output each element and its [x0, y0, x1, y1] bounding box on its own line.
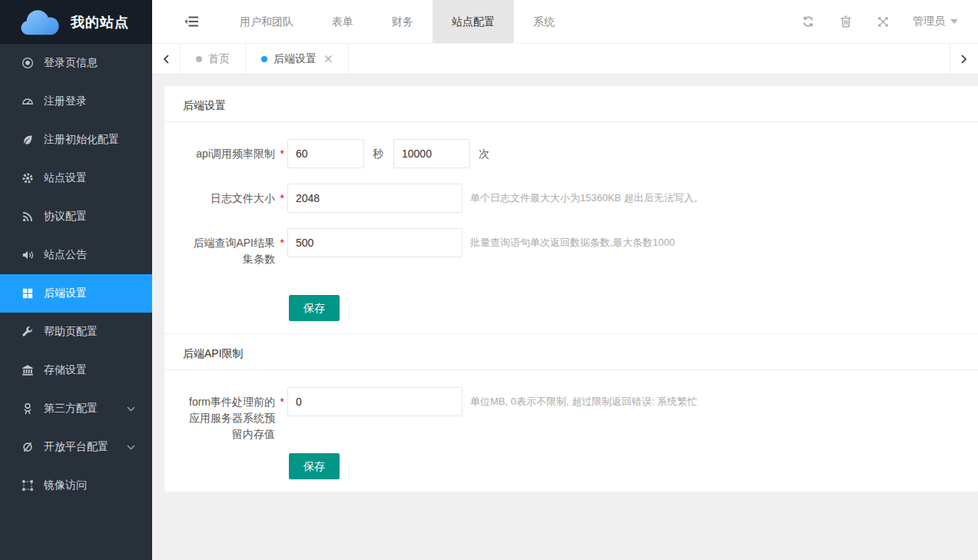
field-label: form事件处理前的应用服务器系统预留内存值 *	[183, 387, 286, 442]
refresh-icon[interactable]	[789, 0, 827, 44]
save-row: 保存	[289, 295, 978, 333]
api-rate-seconds-input[interactable]	[287, 139, 364, 168]
field-label: api调用频率限制 *	[183, 139, 286, 162]
main-content: 后端设置 api调用频率限制 * 秒 次 日志文件大小 * 单个日志文件最大大小…	[152, 75, 978, 560]
globe-icon	[22, 57, 34, 69]
tab-dot-icon	[196, 56, 202, 62]
page-tab-home[interactable]: 首页	[181, 44, 246, 74]
nav-tab-system[interactable]: 系统	[514, 0, 574, 43]
caret-down-icon	[950, 19, 958, 24]
sidebar-item-label: 存储设置	[44, 363, 87, 377]
unit-seconds: 秒	[373, 139, 383, 168]
page-tabbar: 首页 后端设置	[152, 44, 978, 75]
section-backend-api-limit: 后端API限制 form事件处理前的应用服务器系统预留内存值 * 单位MB, 0…	[164, 333, 978, 492]
rss-icon	[22, 210, 34, 223]
sidebar-item-label: 帮助页配置	[44, 325, 98, 339]
sidebar-item-label: 站点公告	[44, 248, 87, 262]
sidebar-item-site-announcement[interactable]: 站点公告	[0, 236, 152, 274]
admin-label: 管理员	[913, 15, 945, 28]
page-tab-label: 后端设置	[274, 52, 317, 66]
sidebar-item-mirror-access[interactable]: 镜像访问	[0, 466, 152, 505]
save-button[interactable]: 保存	[289, 295, 340, 321]
sidebar-item-label: 开放平台配置	[44, 440, 108, 454]
sidebar-item-label: 第三方配置	[44, 402, 98, 416]
admin-dropdown[interactable]: 管理员	[902, 15, 963, 28]
fullscreen-icon[interactable]	[864, 0, 902, 44]
app-logo: 我的站点	[0, 0, 152, 44]
required-mark: *	[280, 191, 284, 207]
api-result-count-input[interactable]	[287, 228, 462, 257]
sidebar-item-site-settings[interactable]: 站点设置	[0, 159, 152, 197]
close-icon[interactable]	[324, 55, 333, 63]
mirror-icon	[22, 479, 34, 492]
nav-tab-forms[interactable]: 表单	[313, 0, 373, 43]
required-mark: *	[280, 146, 284, 162]
form-row-reserved-memory: form事件处理前的应用服务器系统预留内存值 * 单位MB, 0表示不限制, 超…	[183, 387, 960, 442]
sidebar-item-label: 站点设置	[44, 171, 87, 185]
save-button[interactable]: 保存	[289, 453, 340, 479]
api-rate-count-input[interactable]	[393, 139, 470, 168]
trash-icon[interactable]	[827, 0, 864, 44]
page-tab-backend-settings[interactable]: 后端设置	[246, 44, 349, 74]
grid-icon	[22, 287, 34, 300]
sidebar-item-label: 后端设置	[44, 287, 87, 300]
field-hint: 批量查询语句单次返回数据条数,最大条数1000	[470, 228, 675, 257]
sidebar-item-third-party-config[interactable]: 第三方配置	[0, 389, 152, 428]
sidebar-item-open-platform-config[interactable]: 开放平台配置	[0, 428, 152, 466]
page-tab-label: 首页	[208, 52, 230, 66]
sidebar-item-login-page-info[interactable]: 登录页信息	[0, 44, 152, 82]
form-row-log-file-size: 日志文件大小 * 单个日志文件最大大小为15360KB 超出后无法写入。	[183, 184, 960, 213]
chevron-down-icon	[127, 445, 135, 450]
sidebar-item-label: 注册初始化配置	[44, 133, 119, 147]
sidebar-menu: 登录页信息 注册登录 注册初始化配置 站点设置 协议配置	[0, 44, 152, 505]
form-row-api-rate-limit: api调用频率限制 * 秒 次	[183, 139, 960, 168]
unit-times: 次	[479, 139, 489, 168]
nav-tab-users-teams[interactable]: 用户和团队	[220, 0, 313, 43]
sidebar-item-label: 注册登录	[44, 94, 87, 108]
top-header: 用户和团队 表单 财务 站点配置 系统 管理员	[152, 0, 978, 44]
sidebar-item-label: 登录页信息	[44, 56, 98, 70]
field-hint: 单个日志文件最大大小为15360KB 超出后无法写入。	[470, 184, 704, 213]
circle-slash-icon	[22, 441, 34, 453]
field-label: 后端查询API结果集条数 *	[183, 228, 286, 267]
field-hint: 单位MB, 0表示不限制, 超过限制返回错误: 系统繁忙	[470, 387, 697, 416]
required-mark: *	[280, 235, 284, 251]
sidebar-item-backend-settings[interactable]: 后端设置	[0, 274, 152, 313]
tab-scroll-left-icon[interactable]	[152, 44, 181, 74]
sidebar-item-label: 协议配置	[44, 210, 87, 224]
section-backend-settings: 后端设置 api调用频率限制 * 秒 次 日志文件大小 * 单个日志文件最大大小…	[164, 86, 978, 333]
gear-icon	[22, 172, 34, 184]
speaker-icon	[22, 249, 34, 261]
sidebar-item-label: 镜像访问	[44, 479, 87, 492]
reserved-memory-input[interactable]	[287, 387, 462, 416]
form-row-api-result-count: 后端查询API结果集条数 * 批量查询语句单次返回数据条数,最大条数1000	[183, 228, 960, 267]
person-icon	[22, 403, 34, 415]
settings-card: 后端设置 api调用频率限制 * 秒 次 日志文件大小 * 单个日志文件最大大小…	[164, 86, 978, 492]
field-label: 日志文件大小 *	[183, 184, 286, 207]
tab-scroll-right-icon[interactable]	[950, 44, 978, 74]
sidebar-item-storage-settings[interactable]: 存储设置	[0, 351, 152, 389]
nav-tab-site-config[interactable]: 站点配置	[433, 0, 514, 43]
top-nav: 用户和团队 表单 财务 站点配置 系统	[220, 0, 574, 43]
chevron-down-icon	[127, 406, 135, 412]
required-mark: *	[280, 394, 284, 410]
collapse-menu-icon[interactable]	[184, 16, 199, 27]
sidebar-item-register-login[interactable]: 注册登录	[0, 82, 152, 121]
section-title: 后端设置	[164, 86, 978, 122]
sidebar: 我的站点 登录页信息 注册登录 注册初始化配置 站点设置	[0, 0, 152, 560]
dashboard-icon	[22, 95, 34, 108]
cloud-logo-icon	[17, 7, 61, 38]
sidebar-item-help-page-config[interactable]: 帮助页配置	[0, 313, 152, 351]
section-title: 后端API限制	[164, 334, 978, 370]
wrench-icon	[22, 326, 34, 338]
nav-tab-finance[interactable]: 财务	[373, 0, 433, 43]
leaf-icon	[22, 134, 34, 146]
site-title: 我的站点	[71, 13, 129, 31]
save-row: 保存	[289, 453, 978, 492]
tab-dot-icon	[261, 56, 267, 62]
sidebar-item-register-init-config[interactable]: 注册初始化配置	[0, 121, 152, 159]
log-file-size-input[interactable]	[287, 184, 462, 213]
header-actions: 管理员	[789, 0, 963, 44]
sidebar-item-protocol-config[interactable]: 协议配置	[0, 197, 152, 236]
bank-icon	[22, 364, 34, 376]
